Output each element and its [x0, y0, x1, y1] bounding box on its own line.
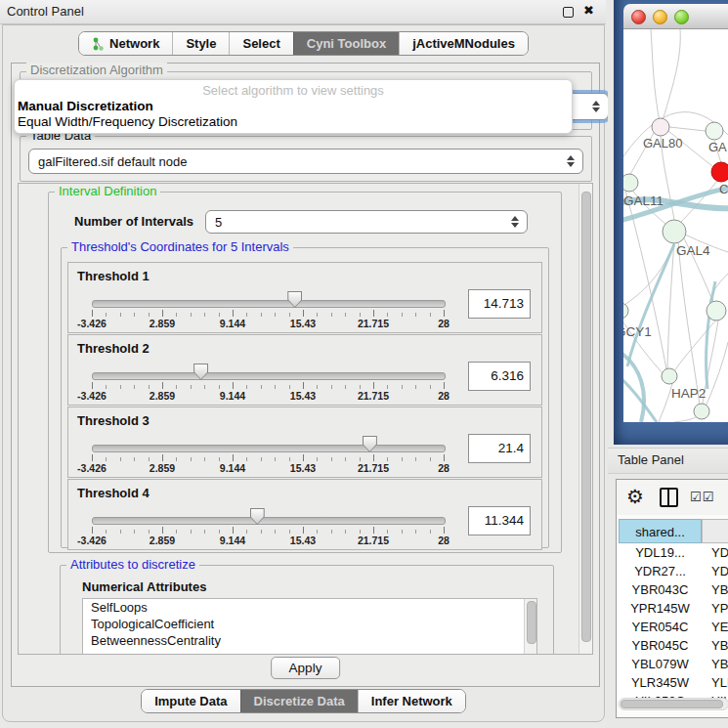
attribute-item[interactable]: BetweennessCentrality: [83, 632, 536, 649]
algorithm-option-manual[interactable]: Manual Discretization: [18, 99, 153, 113]
network-edge[interactable]: [669, 127, 706, 131]
cell-shared-name[interactable]: YER054C: [619, 620, 702, 634]
network-canvas[interactable]: GAL80GACGAL11GAL4GCY1HAP2: [623, 29, 728, 422]
num-intervals-label: Number of Intervals: [74, 214, 193, 229]
cell-name[interactable]: YER0: [711, 620, 728, 634]
num-intervals-combo[interactable]: 5: [205, 210, 528, 234]
column-header-shared-name[interactable]: shared...: [619, 519, 702, 543]
threshold-slider[interactable]: -3.4262.8599.14415.4321.71528: [92, 480, 444, 549]
panel-frame: NetworkStyleSelectCyni ToolboxjActiveMNo…: [2, 24, 605, 722]
threshold-slider[interactable]: -3.4262.8599.14415.4321.71528: [92, 335, 444, 405]
network-node[interactable]: [652, 118, 669, 136]
cell-name[interactable]: YBR0: [711, 638, 728, 653]
cell-shared-name[interactable]: YBL079W: [619, 657, 702, 671]
cell-name[interactable]: YPR1: [711, 601, 728, 616]
mac-zoom-icon[interactable]: [674, 10, 689, 24]
tab-style[interactable]: Style: [172, 32, 229, 55]
network-edge[interactable]: [659, 384, 672, 422]
tab-select[interactable]: Select: [229, 32, 292, 55]
network-edge[interactable]: [623, 242, 674, 307]
table-panel-titlebar: Table Panel: [608, 448, 728, 474]
network-edge[interactable]: [678, 242, 700, 405]
float-window-icon[interactable]: [563, 7, 574, 18]
slider-track[interactable]: [92, 517, 446, 525]
table-row[interactable]: YBR043CYBR0: [619, 581, 728, 600]
cell-name[interactable]: YDL1: [711, 545, 728, 560]
network-node[interactable]: [623, 174, 638, 192]
cell-name[interactable]: YLR3: [711, 675, 728, 690]
threshold-value-field[interactable]: 6.316: [468, 362, 531, 391]
attribute-item[interactable]: TopologicalCoefficient: [83, 616, 536, 632]
tab-jactivemnodules[interactable]: jActiveMNodules: [399, 32, 528, 55]
slider-ticks: [92, 310, 444, 318]
cell-name[interactable]: YBL0: [711, 657, 728, 671]
slider-track[interactable]: [92, 372, 446, 380]
cell-name[interactable]: YDR2: [711, 564, 728, 578]
network-edge[interactable]: [623, 352, 644, 422]
tab-segment: NetworkStyleSelectCyni ToolboxjActiveMNo…: [78, 31, 529, 56]
cell-name[interactable]: YBR0: [711, 582, 728, 597]
cell-shared-name[interactable]: YBR045C: [619, 638, 702, 653]
cell-shared-name[interactable]: YBR043C: [619, 582, 702, 597]
table-row[interactable]: YDL19...YDL1: [619, 544, 728, 563]
bottom-tab-discretize-data[interactable]: Discretize Data: [240, 690, 358, 712]
thresholds-group-label: Threshold's Coordinates for 5 Intervals: [67, 239, 293, 254]
table-row[interactable]: YLR345WYLR3: [619, 674, 728, 693]
table-hscrollbar[interactable]: [619, 698, 728, 710]
table-row[interactable]: YER054CYER0: [619, 619, 728, 637]
network-node[interactable]: [662, 368, 677, 384]
tab-cyni-toolbox[interactable]: Cyni Toolbox: [293, 32, 399, 55]
close-icon[interactable]: ✖: [583, 3, 594, 18]
threshold-value-field[interactable]: 14.713: [468, 289, 531, 319]
threshold-value-field[interactable]: 11.344: [468, 506, 531, 535]
slider-track[interactable]: [92, 300, 446, 308]
bottom-tab-impute-data[interactable]: Impute Data: [142, 690, 239, 712]
tab-network[interactable]: Network: [79, 32, 172, 55]
algorithm-option-equal-width[interactable]: Equal Width/Frequency Discretization: [18, 114, 237, 129]
column-header-name[interactable]: na: [702, 519, 728, 543]
settings-scrollbar-thumb[interactable]: [581, 192, 591, 642]
cell-shared-name[interactable]: YPR145W: [619, 601, 702, 616]
panel-title: Control Panel: [7, 4, 84, 19]
threshold-slider[interactable]: -3.4262.8599.14415.4321.71528: [92, 263, 444, 332]
attributes-listbox[interactable]: SelfLoopsTopologicalCoefficientBetweenne…: [82, 598, 537, 655]
bottom-tab-bar: Impute DataDiscretize DataInfer Network: [3, 689, 604, 713]
apply-button[interactable]: Apply: [271, 657, 341, 679]
table-data-combo[interactable]: galFiltered.sif default node: [28, 149, 583, 174]
threshold-value-field[interactable]: 21.4: [468, 434, 531, 463]
network-edge[interactable]: [627, 244, 674, 366]
network-node[interactable]: [663, 220, 686, 243]
network-edge[interactable]: [706, 281, 715, 389]
attributes-items: SelfLoopsTopologicalCoefficientBetweenne…: [83, 599, 536, 649]
table-row[interactable]: YBR045CYBR0: [619, 637, 728, 656]
attributes-scrollbar-thumb[interactable]: [527, 601, 536, 644]
network-node[interactable]: [623, 303, 628, 319]
table-row[interactable]: YPR145WYPR1: [619, 600, 728, 619]
bottom-tab-label: Discretize Data: [254, 694, 345, 708]
network-edge[interactable]: [651, 29, 661, 127]
mac-minimize-icon[interactable]: [653, 10, 667, 24]
settings-scrollbar[interactable]: [578, 184, 592, 654]
slider-track[interactable]: [92, 445, 446, 452]
bottom-tab-infer-network[interactable]: Infer Network: [358, 690, 465, 712]
gear-icon[interactable]: ⚙: [626, 485, 644, 508]
column-layout-icon[interactable]: [660, 488, 678, 507]
network-node[interactable]: [707, 301, 726, 321]
threshold-slider[interactable]: -3.4262.8599.14415.4321.71528: [92, 407, 444, 477]
checkbox-icons[interactable]: ☑☑: [690, 490, 714, 504]
cell-shared-name[interactable]: YLR345W: [619, 675, 702, 690]
cell-shared-name[interactable]: YDL19...: [619, 545, 702, 560]
network-node[interactable]: [694, 404, 709, 419]
mac-close-icon[interactable]: [631, 10, 646, 24]
table-row[interactable]: YBL079WYBL0: [619, 656, 728, 674]
network-edge[interactable]: [706, 342, 728, 407]
attributes-scrollbar[interactable]: [524, 599, 536, 655]
attribute-item[interactable]: SelfLoops: [83, 599, 536, 616]
slider-tick-labels: -3.4262.8599.14415.4321.71528: [92, 390, 444, 402]
network-node[interactable]: [706, 122, 723, 140]
table-row[interactable]: YDR27...YDR2: [619, 563, 728, 581]
network-node[interactable]: [711, 162, 728, 182]
cell-shared-name[interactable]: YDR27...: [619, 564, 702, 578]
table-hscrollbar-thumb[interactable]: [621, 700, 723, 708]
tab-label: Select: [242, 36, 279, 51]
